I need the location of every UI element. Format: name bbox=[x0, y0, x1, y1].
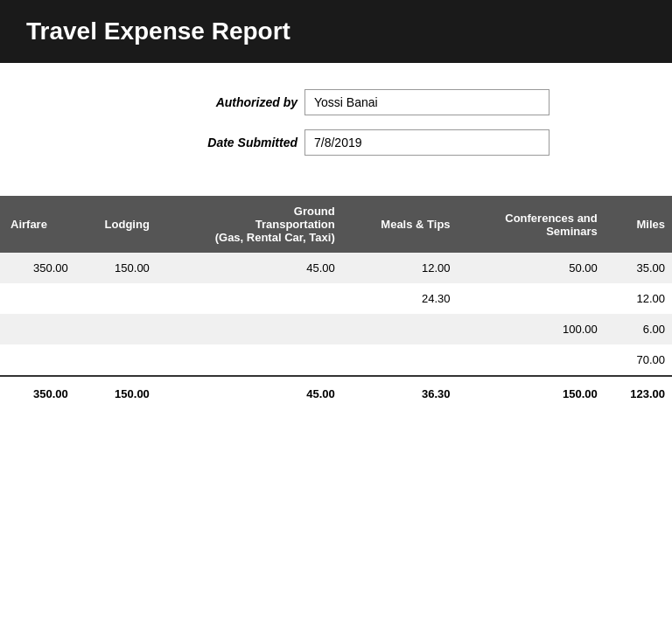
total-conferences: 150.00 bbox=[458, 376, 605, 411]
cell-ground bbox=[157, 283, 342, 314]
cell-conferences bbox=[458, 344, 605, 376]
cell-meals: 12.00 bbox=[342, 253, 458, 283]
cell-meals bbox=[342, 344, 458, 376]
cell-airfare bbox=[0, 344, 75, 376]
table-row: 350.00 150.00 45.00 12.00 50.00 35.00 bbox=[0, 253, 672, 283]
totals-row: 350.00 150.00 45.00 36.30 150.00 123.00 bbox=[0, 376, 672, 411]
cell-lodging bbox=[75, 283, 157, 314]
cell-miles: 35.00 bbox=[605, 253, 672, 283]
table-header-row: Airfare Lodging GroundTransportation(Gas… bbox=[0, 196, 672, 253]
expense-table-section: Airfare Lodging GroundTransportation(Gas… bbox=[0, 187, 672, 411]
cell-ground bbox=[157, 314, 342, 344]
authorized-by-row: Authorized by bbox=[35, 89, 637, 115]
table-row: 70.00 bbox=[0, 344, 672, 376]
cell-meals: 24.30 bbox=[342, 283, 458, 314]
authorized-by-input[interactable] bbox=[304, 89, 550, 115]
table-row: 100.00 6.00 bbox=[0, 314, 672, 344]
cell-meals bbox=[342, 314, 458, 344]
cell-airfare bbox=[0, 314, 75, 344]
cell-airfare: 350.00 bbox=[0, 253, 75, 283]
cell-ground: 45.00 bbox=[157, 253, 342, 283]
col-header-ground-transportation: GroundTransportation(Gas, Rental Car, Ta… bbox=[157, 196, 342, 253]
col-header-miles: Miles bbox=[605, 196, 672, 253]
col-header-meals-tips: Meals & Tips bbox=[342, 196, 458, 253]
expense-table: Airfare Lodging GroundTransportation(Gas… bbox=[0, 196, 672, 411]
cell-lodging bbox=[75, 314, 157, 344]
total-ground: 45.00 bbox=[157, 376, 342, 411]
cell-ground bbox=[157, 344, 342, 376]
total-miles: 123.00 bbox=[605, 376, 672, 411]
date-submitted-input[interactable] bbox=[304, 129, 550, 156]
total-meals: 36.30 bbox=[342, 376, 458, 411]
col-header-airfare: Airfare bbox=[0, 196, 75, 253]
cell-conferences bbox=[458, 283, 605, 314]
cell-airfare bbox=[0, 283, 75, 314]
page-header: Travel Expense Report bbox=[0, 0, 672, 63]
authorized-by-label: Authorized by bbox=[122, 95, 298, 109]
page-title: Travel Expense Report bbox=[26, 17, 646, 45]
cell-miles: 6.00 bbox=[605, 314, 672, 344]
date-submitted-row: Date Submitted bbox=[35, 129, 637, 156]
cell-miles: 12.00 bbox=[605, 283, 672, 314]
cell-conferences: 100.00 bbox=[458, 314, 605, 344]
cell-lodging bbox=[75, 344, 157, 376]
cell-miles: 70.00 bbox=[605, 344, 672, 376]
total-lodging: 150.00 bbox=[75, 376, 157, 411]
date-submitted-label: Date Submitted bbox=[122, 136, 298, 150]
col-header-lodging: Lodging bbox=[75, 196, 157, 253]
form-section: Authorized by Date Submitted bbox=[0, 63, 672, 187]
table-row: 24.30 12.00 bbox=[0, 283, 672, 314]
col-header-conferences-seminars: Conferences andSeminars bbox=[458, 196, 605, 253]
cell-lodging: 150.00 bbox=[75, 253, 157, 283]
cell-conferences: 50.00 bbox=[458, 253, 605, 283]
total-airfare: 350.00 bbox=[0, 376, 75, 411]
